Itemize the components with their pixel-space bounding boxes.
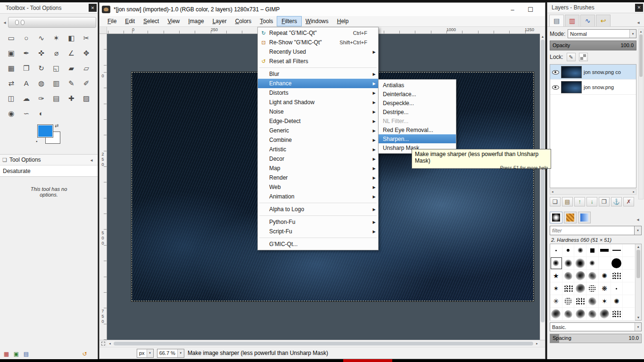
tool-move-button[interactable]: ✥	[81, 47, 92, 59]
brush-dot-soft-small[interactable]	[574, 244, 586, 257]
raise-layer-button[interactable]: ↑	[574, 197, 585, 206]
vertical-scroll-thumb[interactable]	[541, 40, 545, 322]
menu-item-blur[interactable]: Blur▶	[258, 69, 378, 79]
tool-zoom-button[interactable]: ⌀	[50, 47, 62, 59]
brush-dot-mini[interactable]	[611, 282, 623, 295]
scroll-right-icon[interactable]: ▸	[534, 342, 540, 346]
layers-panel-scrollbar[interactable]: ▲	[638, 29, 644, 199]
brush-sparkle-2[interactable]: ✺	[611, 295, 623, 308]
brush-blank-3[interactable]	[623, 257, 635, 270]
brush-floral[interactable]: ❋	[599, 282, 611, 295]
brush-block-wide[interactable]	[599, 244, 611, 257]
brush-fuzzy-3[interactable]	[586, 270, 599, 282]
brush-fuzzy-9[interactable]	[586, 308, 599, 321]
menu-windows[interactable]: Windows	[301, 16, 333, 26]
zoom-combo[interactable]: 66.7 % ▾	[157, 349, 184, 358]
tool-eraser-button[interactable]: ◫	[5, 92, 17, 104]
visibility-eye-icon[interactable]	[552, 83, 559, 91]
tool-rotate-button[interactable]: ↻	[35, 62, 47, 74]
brush-dot-tiny[interactable]	[550, 244, 562, 257]
tool-heal-button[interactable]: ✚	[66, 92, 77, 104]
panel-close-button[interactable]: ✕	[635, 4, 643, 12]
restore-options-button[interactable]: ▣	[13, 351, 20, 358]
menu-item-alpha-to-logo[interactable]: Alpha to Logo▶	[258, 205, 378, 214]
opacity-slider[interactable]: Opacity 100.0	[550, 41, 636, 50]
menu-item-script-fu[interactable]: Script-Fu▶	[258, 227, 378, 236]
scroll-up-icon[interactable]: ▲	[639, 29, 643, 34]
brush-star-black[interactable]: ★	[550, 270, 562, 282]
tool-shear-button[interactable]: ▰	[66, 62, 77, 74]
menu-select[interactable]: Select	[139, 16, 163, 26]
horizontal-scroll-thumb[interactable]	[114, 342, 533, 346]
menu-item-generic[interactable]: Generic▶	[258, 126, 378, 135]
tool-ellipse-select-button[interactable]: ○	[20, 32, 32, 44]
duplicate-layer-button[interactable]: ❐	[599, 197, 610, 206]
brush-fuzzy-4[interactable]	[574, 282, 586, 295]
tool-rect-select-button[interactable]: ▭	[5, 32, 17, 44]
main-titlebar[interactable]: *[jon snow] (imported)-1.0 (RGB color, 2…	[99, 3, 545, 16]
menu-colors[interactable]: Colors	[231, 16, 256, 26]
brush-circle-solid[interactable]	[611, 257, 623, 270]
new-layer-button[interactable]: ❏	[550, 197, 561, 206]
delete-options-button[interactable]: ▤	[23, 351, 30, 358]
tool-ink-button[interactable]: ✑	[35, 92, 47, 104]
scroll-right-icon[interactable]: ▸	[631, 190, 636, 194]
brush-spray-1[interactable]	[586, 282, 599, 295]
menu-item-gmic-qt[interactable]: G'MIC-Qt...	[258, 239, 378, 249]
menu-item-decor[interactable]: Decor▶	[258, 154, 378, 164]
brush-blank-2[interactable]	[599, 257, 611, 270]
menu-item-python-fu[interactable]: Python-Fu▶	[258, 217, 378, 227]
menu-layer[interactable]: Layer	[208, 16, 231, 26]
save-options-button[interactable]: ▦	[3, 351, 10, 358]
brush-dot-soft-medium[interactable]	[562, 257, 575, 270]
brush-asterisk[interactable]: ✳	[550, 295, 562, 308]
tool-scissors-select-button[interactable]: ✂	[81, 32, 92, 44]
layers-horizontal-scrollbar[interactable]: ◂ ▸	[550, 189, 636, 195]
menu-item-repeat-gmic[interactable]: ↻Repeat "G'MIC-Qt"Ctrl+F	[258, 28, 378, 38]
tool-align-button[interactable]: ▦	[5, 62, 17, 74]
delete-layer-button[interactable]: ✗	[623, 197, 634, 206]
brush-block-thin[interactable]	[611, 244, 623, 257]
canvas-horizontal-scrollbar[interactable]: ◂ ▸	[107, 340, 540, 347]
brush-blank-4[interactable]	[623, 270, 635, 282]
tool-foreground-select-button[interactable]: ▣	[5, 47, 17, 59]
paths-tab[interactable]: ∿	[580, 15, 595, 26]
menu-item-render[interactable]: Render▶	[258, 173, 378, 182]
taskbar[interactable]	[0, 359, 644, 362]
brush-fuzzy-6[interactable]	[550, 308, 562, 321]
menu-item-destripe[interactable]: Destripe...	[379, 107, 456, 116]
foreground-color-swatch[interactable]	[38, 125, 53, 137]
menu-item-red-eye-removal[interactable]: Red Eye Removal...	[379, 125, 456, 134]
menu-filters[interactable]: Filters	[277, 16, 301, 26]
menu-item-combine[interactable]: Combine▶	[258, 135, 378, 145]
layers-tab[interactable]: ▤	[549, 15, 564, 26]
combo-arrow-icon[interactable]: ▾	[635, 226, 642, 235]
tool-bucket-fill-button[interactable]: ◍	[35, 77, 47, 89]
reset-colors-icon[interactable]: ▪	[36, 139, 37, 144]
brush-grid-scrollbar[interactable]: ▲ ▼	[635, 244, 641, 320]
brush-hardness-050[interactable]	[550, 257, 562, 270]
tool-scale-button[interactable]: ◱	[50, 62, 62, 74]
minimize-button[interactable]: –	[504, 3, 521, 16]
menu-item-despeckle[interactable]: Despeckle...	[379, 99, 456, 107]
tool-perspective-button[interactable]: ▱	[81, 62, 92, 74]
tool-select-by-color-button[interactable]: ◧	[66, 32, 77, 44]
canvas-vertical-scrollbar[interactable]: ▲	[540, 34, 545, 340]
dock-menu-icon[interactable]: ◂	[634, 215, 642, 223]
tool-text-button[interactable]: A	[20, 77, 32, 89]
brush-scatter-2[interactable]	[562, 282, 575, 295]
menu-item-enhance[interactable]: Enhance▶	[258, 79, 378, 88]
tool-options-menu-icon[interactable]: ◂	[88, 157, 95, 163]
scroll-thumb[interactable]	[636, 250, 640, 278]
tool-paintbrush-button[interactable]: ✐	[81, 77, 92, 89]
scroll-up-icon[interactable]: ▲	[636, 244, 641, 249]
menu-item-animation[interactable]: Animation▶	[258, 192, 378, 201]
menu-item-reshow-gmic[interactable]: ⊡Re-Show "G'MIC-Qt"Shift+Ctrl+F	[258, 38, 378, 47]
tool-flip-button[interactable]: ⇄	[5, 77, 17, 89]
tool-pencil-button[interactable]: ✎	[66, 77, 77, 89]
brush-tag-combo[interactable]: Basic. ▾	[550, 322, 642, 331]
new-group-button[interactable]: ▤	[562, 197, 573, 206]
navigation-button[interactable]	[540, 340, 545, 347]
brush-fuzzy-10[interactable]	[599, 308, 611, 321]
scroll-down-icon[interactable]: ▼	[636, 315, 641, 320]
